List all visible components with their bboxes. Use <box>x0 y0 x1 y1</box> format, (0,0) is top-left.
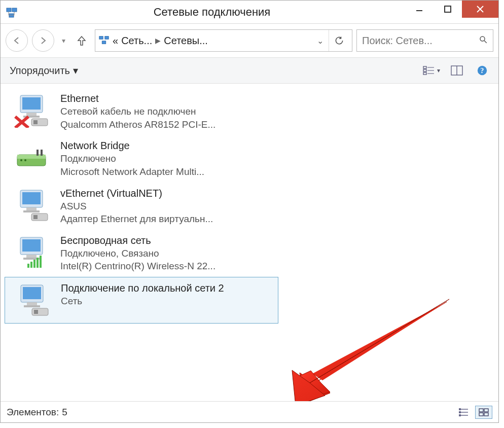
svg-rect-70 <box>484 413 488 416</box>
connection-name: Network Bridge <box>60 139 204 152</box>
svg-rect-30 <box>33 120 38 124</box>
refresh-button[interactable] <box>329 29 349 52</box>
address-dropdown-icon[interactable]: ⌄ <box>315 36 326 46</box>
svg-rect-16 <box>423 69 426 72</box>
search-placeholder: Поиск: Сетев... <box>362 35 479 47</box>
svg-rect-1 <box>12 8 17 12</box>
breadcrumb-part2[interactable]: Сетевы... <box>164 35 208 47</box>
svg-rect-52 <box>37 258 39 268</box>
connection-device: Qualcomm Atheros AR8152 PCI-E... <box>60 118 215 131</box>
svg-rect-69 <box>479 413 483 416</box>
ethernet-icon <box>10 186 53 224</box>
svg-marker-60 <box>292 299 449 401</box>
organize-menu[interactable]: Упорядочить ▾ <box>7 62 81 79</box>
svg-rect-55 <box>23 287 41 299</box>
connection-item[interactable]: vEthernet (VirtualNET) ASUS Адаптер Ethe… <box>5 183 278 230</box>
minimize-button[interactable] <box>405 1 434 18</box>
svg-rect-35 <box>41 150 43 156</box>
status-bar: Элементов: 5 <box>1 401 498 422</box>
svg-rect-10 <box>99 36 103 39</box>
maximize-button[interactable] <box>434 1 462 18</box>
view-options-button[interactable]: ▾ <box>421 61 442 80</box>
connection-name: Подключение по локальной сети 2 <box>61 281 224 295</box>
command-bar: Упорядочить ▾ ▾ ? <box>1 57 498 84</box>
address-bar[interactable]: « Сеть... ▶ Сетевы... ⌄ <box>95 29 352 52</box>
svg-rect-15 <box>423 66 426 68</box>
svg-point-38 <box>24 159 26 161</box>
search-icon <box>479 35 488 47</box>
svg-rect-40 <box>22 192 41 204</box>
breadcrumb-leading: « <box>113 35 118 47</box>
titlebar: Сетевые подключения <box>1 1 498 24</box>
connection-status: Подключено <box>60 152 204 165</box>
network-bridge-icon <box>10 138 53 176</box>
connection-status: ASUS <box>60 200 213 213</box>
wifi-icon <box>10 233 53 271</box>
connection-device: Intel(R) Centrino(R) Wireless-N 22... <box>60 260 215 273</box>
connection-device: Сеть <box>61 295 224 308</box>
svg-point-13 <box>480 37 485 41</box>
ethernet-disconnected-icon <box>10 91 53 129</box>
svg-rect-12 <box>102 41 105 44</box>
connection-status: Сетевой кабель не подключен <box>60 105 215 118</box>
connections-list: Ethernet Сетевой кабель не подключен Qua… <box>1 84 498 401</box>
help-button[interactable]: ? <box>472 61 492 80</box>
app-icon <box>5 5 19 19</box>
connection-device: Microsoft Network Adapter Multi... <box>60 165 204 179</box>
breadcrumb-separator-icon: ▶ <box>155 37 161 45</box>
search-box[interactable]: Поиск: Сетев... <box>356 29 493 52</box>
location-icon <box>98 34 110 47</box>
svg-point-37 <box>20 159 22 161</box>
connection-name: vEthernet (VirtualNET) <box>60 187 213 200</box>
svg-rect-42 <box>23 210 40 212</box>
connection-status: Подключено, Связано <box>60 247 215 260</box>
svg-rect-44 <box>33 215 38 219</box>
up-button[interactable] <box>73 29 91 52</box>
svg-rect-57 <box>24 305 40 307</box>
preview-pane-button[interactable] <box>447 61 467 80</box>
navigation-bar: ▾ « Сеть... ▶ Сетевы... ⌄ Поиск: Сетев..… <box>1 24 498 57</box>
window-title: Сетевые подключения <box>19 6 405 19</box>
details-view-button[interactable] <box>455 406 472 419</box>
svg-rect-0 <box>7 8 11 12</box>
statusbar-count: 5 <box>62 407 67 418</box>
svg-rect-68 <box>484 409 488 412</box>
svg-rect-11 <box>105 36 109 39</box>
svg-rect-49 <box>27 264 29 268</box>
svg-rect-47 <box>26 255 37 258</box>
svg-text:?: ? <box>481 67 484 75</box>
chevron-down-icon: ▾ <box>437 67 440 74</box>
svg-rect-66 <box>459 414 461 416</box>
svg-rect-46 <box>22 239 41 252</box>
svg-rect-64 <box>459 408 461 410</box>
svg-rect-50 <box>30 262 32 268</box>
connection-name: Беспроводная сеть <box>60 234 215 247</box>
chevron-down-icon: ▾ <box>73 64 78 77</box>
svg-rect-51 <box>33 260 35 268</box>
svg-rect-17 <box>423 73 426 75</box>
svg-rect-36 <box>37 150 39 156</box>
connection-item-selected[interactable]: Подключение по локальной сети 2 Сеть <box>5 277 278 324</box>
organize-label: Упорядочить <box>10 65 70 77</box>
recent-dropdown[interactable]: ▾ <box>58 29 68 52</box>
svg-rect-26 <box>22 97 41 110</box>
forward-button[interactable] <box>32 29 54 52</box>
svg-rect-59 <box>34 310 38 314</box>
svg-rect-27 <box>26 113 37 116</box>
breadcrumb-part1[interactable]: Сеть... <box>121 35 152 47</box>
icons-view-button[interactable] <box>475 406 492 419</box>
back-button[interactable] <box>6 29 28 52</box>
close-button[interactable] <box>462 1 498 18</box>
connection-item[interactable]: Беспроводная сеть Подключено, Связано In… <box>5 230 278 277</box>
ethernet-icon <box>10 280 54 319</box>
statusbar-label: Элементов: <box>7 407 59 418</box>
svg-rect-67 <box>479 409 483 412</box>
svg-line-14 <box>484 41 487 43</box>
svg-rect-41 <box>26 207 37 210</box>
connection-name: Ethernet <box>60 92 215 105</box>
window-controls <box>405 1 498 23</box>
svg-rect-53 <box>40 256 42 268</box>
annotation-arrow <box>274 292 457 401</box>
connection-item[interactable]: Ethernet Сетевой кабель не подключен Qua… <box>5 88 278 135</box>
connection-item[interactable]: Network Bridge Подключено Microsoft Netw… <box>5 135 278 182</box>
